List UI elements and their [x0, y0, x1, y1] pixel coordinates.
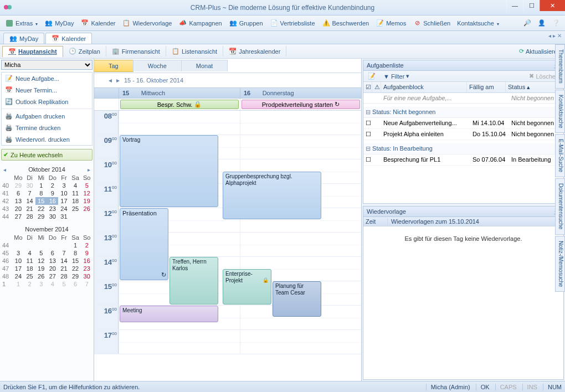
- time-grid[interactable]: 0800 0900 1000 1100 1200 1300 1400 1500 …: [94, 111, 361, 381]
- svg-point-1: [7, 5, 12, 9]
- zu-heute-button[interactable]: ✔Zu Heute wechseln: [1, 149, 93, 161]
- view-tabs: 📅Hauptansicht 🕒Zeitplan 🏢Firmenansicht 📋…: [0, 44, 565, 59]
- day-header-2[interactable]: 16 Donnerstag: [240, 88, 361, 98]
- col-status[interactable]: Status ▴: [506, 82, 556, 92]
- close-button[interactable]: ✕: [540, 0, 565, 11]
- tab-kalender[interactable]: 📅Kalender: [45, 33, 92, 44]
- gruppen-button[interactable]: 👥Gruppen: [226, 18, 266, 29]
- document-tabs: 👥MyDay 📅Kalender ◂ ▸ ✕: [0, 31, 565, 44]
- range-monat[interactable]: Monat: [181, 60, 228, 71]
- tab-controls[interactable]: ◂ ▸ ✕: [548, 33, 562, 39]
- view-listenansicht[interactable]: 📋Listenansicht: [166, 46, 223, 56]
- task-row[interactable]: ☐Projekt Alpha einleitenDo 15.10.04Nicht…: [363, 129, 563, 140]
- aktualisieren-button[interactable]: ⟳Aktualisieren: [519, 48, 561, 55]
- allday-event-2[interactable]: Prodpektverteilung starten↻: [242, 100, 360, 109]
- window-title: CRM-Plus ~ Die moderne Lösung für effekt…: [191, 4, 374, 12]
- right-pane: Aufgabenliste📌 📝 ▼ Filter ▾ ✖ Löschen ☑⚠…: [361, 59, 565, 381]
- sidetab-notiz-memosuche[interactable]: Notiz-/Memosuche: [555, 236, 565, 292]
- maximize-button[interactable]: ☐: [523, 0, 540, 11]
- sidetab-email-suche[interactable]: E-Mail-Suche: [555, 134, 565, 177]
- group-in-bearbeitung[interactable]: Status: In Bearbeitung: [363, 143, 563, 154]
- memos-button[interactable]: 📝Memos: [373, 18, 409, 29]
- zeit-label: Zeit: [366, 218, 388, 225]
- event-planung[interactable]: Planung für Team Cesar: [273, 281, 321, 317]
- status-ok: OK: [476, 384, 490, 390]
- day-header-1[interactable]: 15 Mittwoch: [119, 88, 240, 98]
- schliessen-button[interactable]: ⊘Schließen: [410, 18, 453, 29]
- status-bar: Drücken Sie F1, um die Hilfefunktion zu …: [0, 381, 565, 392]
- prev-day-button[interactable]: ◂: [109, 76, 112, 84]
- view-jahreskalender[interactable]: 📆Jahreskalender: [223, 46, 286, 56]
- main-toolbar: Extras 👥MyDay 📅Kalender 📋Wiedervorlage 📣…: [0, 16, 565, 31]
- wiedervorlage-empty: Es gibt für diesen Tag keine Wiedervorla…: [363, 226, 563, 251]
- event-vortrag[interactable]: Vortrag: [120, 135, 218, 207]
- minicalendar-november[interactable]: November 2014 MoDiMiDoFrSaSo 4412 453456…: [1, 225, 93, 288]
- help-icon[interactable]: ❔: [549, 18, 563, 28]
- group-nicht-begonnen[interactable]: Status: Nicht begonnen: [363, 107, 563, 118]
- event-treffen[interactable]: Treffen, Herrn Karlos: [170, 257, 218, 305]
- calendar-view: Tag Woche Monat ◂ ▸ 15 - 16. Oktober 201…: [94, 59, 361, 381]
- view-firmenansicht[interactable]: 🏢Firmenansicht: [106, 46, 166, 56]
- kampagnen-button[interactable]: 📣Kampagnen: [176, 18, 224, 29]
- status-ins: INS: [522, 384, 537, 390]
- wiedervorlage-title: Wiedervorlage: [367, 208, 406, 215]
- action-list: 📝Neue Aufgabe... 📅Neuer Termin... 🔄Outlo…: [1, 72, 93, 146]
- range-tag[interactable]: Tag: [94, 60, 133, 72]
- app-icon: [3, 3, 12, 12]
- minicalendar-oktober[interactable]: ◂Oktober 2014▸ MoDiMiDoFrSaSo 4029301234…: [1, 165, 93, 220]
- status-caps: CAPS: [495, 384, 517, 390]
- status-num: NUM: [543, 384, 562, 390]
- neue-aufgabe-button[interactable]: 📝Neue Aufgabe...: [2, 73, 92, 84]
- status-user: Micha (Admin): [426, 384, 470, 390]
- new-task-icon[interactable]: 📝: [366, 72, 378, 80]
- date-range: 15 - 16. Oktober 2014: [124, 77, 183, 84]
- user-select[interactable]: Micha: [1, 60, 93, 70]
- lock-icon: 🔒: [194, 101, 202, 108]
- allday-event-1[interactable]: Bespr. Schw.🔒: [120, 100, 239, 109]
- event-gruppe[interactable]: Gruppenbesprechung bzgl. Alphaprojekt: [223, 172, 321, 219]
- termine-drucken-button[interactable]: 🖨️Termine drucken: [2, 122, 92, 133]
- view-hauptansicht[interactable]: 📅Hauptansicht: [2, 46, 63, 57]
- wiedervorl-drucken-button[interactable]: 🖨️Wiedervorl. drucken: [2, 133, 92, 145]
- titlebar: CRM-Plus ~ Die moderne Lösung für effekt…: [0, 0, 565, 16]
- col-faellig[interactable]: Fällig am: [467, 82, 506, 92]
- event-meeting[interactable]: Meeting: [120, 306, 218, 322]
- vertriebsliste-button[interactable]: 📄Vertriebsliste: [267, 18, 318, 29]
- kontaktsuche-button[interactable]: Kontaktsuche: [454, 19, 502, 28]
- event-praesentation[interactable]: Präsentation↻: [120, 208, 168, 280]
- date-header: ◂ ▸ 15 - 16. Oktober 2014: [94, 73, 361, 87]
- event-enterprise[interactable]: Enterprise-Projekt: [223, 269, 271, 305]
- view-zeitplan[interactable]: 🕒Zeitplan: [63, 46, 106, 56]
- neuer-termin-button[interactable]: 📅Neuer Termin...: [2, 84, 92, 96]
- outlook-replikation-button[interactable]: 🔄Outlook Replikation: [2, 96, 92, 107]
- next-day-button[interactable]: ▸: [116, 76, 120, 84]
- zeit-value: Wiedervorlagen zum 15.10.2014: [388, 218, 561, 225]
- task-row[interactable]: ☐Besprechung für PL1So 07.06.04In Bearbe…: [363, 154, 563, 166]
- minimize-button[interactable]: —: [506, 0, 523, 11]
- myday-button[interactable]: 👥MyDay: [42, 18, 76, 29]
- sidetab-kontaktsuche[interactable]: Kontaktsuche: [555, 90, 565, 133]
- aufgaben-drucken-button[interactable]: 🖨️Aufgaben drucken: [2, 110, 92, 122]
- tab-myday[interactable]: 👥MyDay: [3, 33, 44, 44]
- beschwerden-button[interactable]: ⚠️Beschwerden: [319, 18, 372, 29]
- recur-icon: ↻: [335, 101, 340, 108]
- wiedervorlage-button[interactable]: 📋Wiedervorlage: [119, 18, 174, 29]
- sidetab-dokumentensuche[interactable]: Dokumentensuche: [555, 178, 565, 234]
- filter-button[interactable]: ▼ Filter ▾: [381, 72, 412, 80]
- tool-icon-2[interactable]: 👤: [535, 18, 548, 28]
- task-row[interactable]: ☐Neue Aufgabenverteilung...Mi 14.10.04Ni…: [363, 118, 563, 129]
- extras-menu[interactable]: Extras: [2, 18, 40, 29]
- status-help: Drücken Sie F1, um die Hilfefunktion zu …: [3, 384, 140, 390]
- aufgabenliste-title: Aufgabenliste: [367, 62, 404, 69]
- col-aufgabenblock[interactable]: Aufgabenblock: [381, 82, 467, 92]
- left-sidebar: Micha 📝Neue Aufgabe... 📅Neuer Termin... …: [0, 59, 94, 381]
- kalender-button[interactable]: 📅Kalender: [78, 18, 118, 29]
- range-woche[interactable]: Woche: [133, 60, 182, 71]
- side-tabs: Themenbaum Kontaktsuche E-Mail-Suche Dok…: [555, 44, 565, 293]
- tool-icon-1[interactable]: 🔎: [521, 18, 534, 28]
- sidetab-themenbaum[interactable]: Themenbaum: [555, 44, 565, 89]
